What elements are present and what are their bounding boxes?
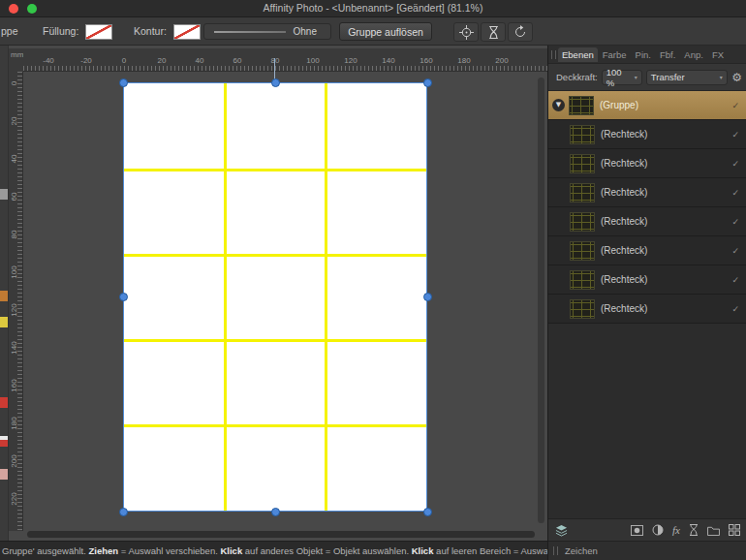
tool-icon-fragment[interactable] [0, 397, 8, 408]
tools-strip [0, 46, 9, 541]
blend-mode-dropdown[interactable]: Transfer ▾ [646, 70, 728, 85]
gear-icon[interactable]: ⚙ [731, 71, 742, 84]
status-text: auf leeren Bereich = Auswahl aufheben. [433, 545, 547, 556]
layer-row-rechteck[interactable]: (Rechteck) ✓ [548, 178, 746, 207]
stroke-none-swatch[interactable] [173, 24, 201, 40]
tab-anpassungen[interactable]: Anp. [680, 47, 707, 62]
ruler-label: 200 [492, 56, 512, 65]
tab-ebenen[interactable]: Ebenen [558, 47, 598, 62]
selection-handle-top-center[interactable] [271, 78, 280, 87]
tab-farbe[interactable]: Farbe [599, 47, 631, 62]
layer-row-rechteck[interactable]: (Rechteck) ✓ [548, 207, 746, 236]
layers-stack-icon[interactable] [555, 524, 568, 537]
layer-thumbnail [570, 154, 595, 173]
fill-none-swatch[interactable] [85, 24, 112, 40]
horizontal-scrollbar[interactable] [27, 531, 535, 538]
layer-label: (Gruppe) [600, 100, 638, 110]
opacity-row: Deckkraft: 100 % ▾ Transfer ▾ ⚙ [548, 64, 746, 91]
layer-row-rechteck[interactable]: (Rechteck) ✓ [548, 295, 746, 324]
mask-icon[interactable] [631, 525, 643, 536]
visibility-check-icon[interactable]: ✓ [731, 101, 739, 110]
status-text: = Auswahl verschieben. [118, 545, 220, 556]
ruler-label: -20 [77, 56, 96, 65]
selection-handle-bottom-center[interactable] [271, 508, 280, 516]
ruler-label: 100 [10, 263, 19, 282]
opacity-value: 100 % [606, 67, 632, 88]
stroke-style-dropdown[interactable]: Ohne [203, 23, 331, 40]
layer-row-rechteck[interactable]: (Rechteck) ✓ [548, 149, 746, 178]
blend-mode-value: Transfer [651, 72, 685, 82]
tab-farbfelder[interactable]: Fbf. [656, 47, 679, 62]
layer-row-rechteck[interactable]: (Rechteck) ✓ [548, 120, 746, 149]
disclosure-triangle-icon[interactable]: ▼ [552, 99, 565, 111]
tool-icon-fragment[interactable] [0, 469, 8, 480]
vertical-ruler[interactable]: 0 20 40 60 80 100 120 140 160 180 200 22… [9, 72, 23, 531]
layer-row-rechteck[interactable]: (Rechteck) ✓ [548, 236, 746, 265]
tool-icon-fragment[interactable] [0, 189, 8, 200]
tool-icon-fragment[interactable] [0, 317, 8, 327]
grid-line-horizontal [124, 254, 426, 257]
stroke-width-preview [214, 31, 286, 33]
visibility-check-icon[interactable]: ✓ [731, 130, 739, 140]
tab-pinsel[interactable]: Pin. [632, 47, 655, 62]
studio-panel: Ebenen Farbe Pin. Fbf. Anp. FX Deckkraft… [547, 46, 746, 560]
layer-label: (Rechteck) [601, 216, 647, 227]
stroke-style-value: Ohne [294, 26, 317, 37]
titlebar: Affinity Photo - <Unbenannt> [Geändert] … [0, 0, 746, 17]
layer-row-rechteck[interactable]: (Rechteck) ✓ [548, 265, 746, 295]
layer-label: (Rechteck) [601, 158, 647, 169]
layer-thumbnail [570, 299, 595, 319]
ruler-unit: mm [9, 48, 23, 72]
visibility-check-icon[interactable]: ✓ [731, 159, 739, 169]
tool-icon-fragment[interactable] [0, 436, 8, 447]
chevron-down-icon: ▾ [720, 74, 723, 80]
vertical-scrollbar[interactable] [538, 78, 544, 523]
layer-thumbnail [570, 270, 595, 290]
selection-handle-middle-left[interactable] [119, 293, 128, 301]
selection-handle-middle-right[interactable] [423, 293, 432, 301]
document-page[interactable] [123, 82, 427, 512]
layer-label: (Rechteck) [601, 274, 647, 285]
fx-icon[interactable]: fx [672, 525, 680, 536]
visibility-check-icon[interactable]: ✓ [731, 188, 739, 198]
transform-origin-icon[interactable] [453, 22, 479, 42]
tool-icon-fragment[interactable] [0, 291, 8, 301]
hourglass-icon[interactable] [481, 22, 506, 42]
visibility-check-icon[interactable]: ✓ [731, 246, 739, 256]
window-title: Affinity Photo - <Unbenannt> [Geändert] … [0, 2, 746, 14]
grid-line-horizontal [124, 339, 426, 342]
selection-handle-top-left[interactable] [119, 78, 128, 87]
rotate-icon[interactable] [508, 22, 533, 42]
group-folder-icon[interactable] [707, 525, 720, 536]
ruler-label: 20 [152, 56, 171, 65]
status-text: Gruppe' ausgewählt. [2, 545, 88, 556]
ruler-label: 160 [417, 56, 436, 65]
character-panel-tab[interactable]: Zeichen [548, 541, 746, 560]
panel-tabs: Ebenen Farbe Pin. Fbf. Anp. FX [548, 46, 746, 64]
ruler-label: 40 [190, 56, 209, 65]
visibility-check-icon[interactable]: ✓ [731, 275, 739, 285]
grid-line-horizontal [124, 424, 426, 427]
horizontal-ruler[interactable]: -40 -20 0 20 40 60 80 100 120 140 160 18… [23, 48, 547, 72]
visibility-check-icon[interactable]: ✓ [731, 304, 739, 314]
tab-fx[interactable]: FX [708, 47, 728, 62]
ruler-label: 0 [114, 56, 134, 65]
ungroup-button[interactable]: Gruppe auflösen [339, 22, 432, 41]
selection-handle-bottom-left[interactable] [119, 508, 128, 516]
fill-label: Füllung: [43, 25, 78, 37]
opacity-dropdown[interactable]: 100 % ▾ [602, 70, 642, 85]
layer-row-group[interactable]: ▼ (Gruppe) ✓ [548, 91, 746, 120]
grid-icon[interactable] [729, 524, 740, 536]
ruler-label: 140 [379, 56, 398, 65]
selection-handle-top-right[interactable] [423, 78, 432, 87]
adjustment-icon[interactable] [652, 524, 664, 536]
stroke-label: Kontur: [134, 25, 167, 37]
panel-grip-icon[interactable] [551, 50, 556, 59]
opacity-label: Deckkraft: [556, 72, 598, 82]
selection-handle-bottom-right[interactable] [423, 508, 432, 516]
visibility-check-icon[interactable]: ✓ [731, 217, 739, 227]
ruler-label: 40 [10, 149, 19, 169]
live-filter-icon[interactable] [689, 524, 699, 536]
layer-thumbnail [570, 183, 595, 202]
ruler-label: 180 [454, 56, 474, 65]
